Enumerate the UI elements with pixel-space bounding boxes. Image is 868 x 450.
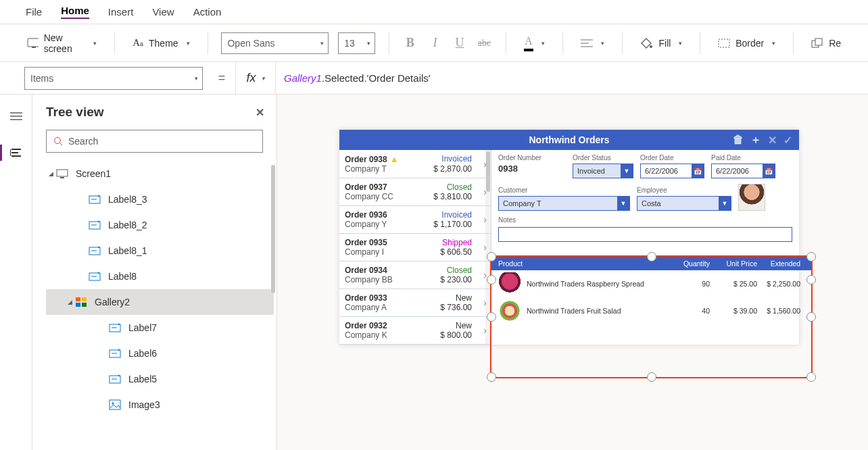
resize-handle[interactable]	[487, 372, 496, 382]
resize-handle[interactable]	[806, 372, 816, 382]
underline-button[interactable]: U	[452, 36, 468, 50]
svg-rect-27	[82, 303, 87, 307]
order-row[interactable]: Order 0932Company KNew$ 800.00›	[339, 317, 491, 345]
theme-icon: Aa	[132, 37, 143, 49]
tree-item-label8_3[interactable]: Label8_3	[46, 186, 274, 212]
formula-input[interactable]: Gallery1.Selected.'Order Details'	[276, 62, 868, 94]
font-dropdown[interactable]: Open Sans ▾	[221, 32, 329, 54]
tree-title: Tree view	[46, 105, 104, 120]
label-notes: Notes	[498, 216, 792, 224]
tree-item-label8_2[interactable]: Label8_2	[46, 212, 274, 238]
input-paid-date[interactable]: 6/22/2006📅	[711, 164, 775, 178]
tree-item-label: Label8_1	[108, 245, 147, 256]
equals-label: =	[208, 62, 235, 94]
confirm-icon[interactable]: ✓	[783, 134, 792, 147]
dropdown-customer[interactable]: Company T▼	[498, 196, 630, 211]
tree-item-label8[interactable]: Label8	[46, 264, 274, 289]
tree-item-label: Screen1	[76, 168, 111, 179]
label-icon	[88, 193, 101, 206]
new-screen-button[interactable]: New screen ▾	[23, 30, 101, 57]
input-order-date[interactable]: 6/22/2006📅	[640, 164, 704, 178]
tree-item-label6[interactable]: Label6	[46, 341, 274, 366]
tree-item-image3[interactable]: Image3	[46, 392, 274, 418]
order-row[interactable]: Order 0937Company CCClosed$ 3,810.00›	[339, 178, 491, 206]
formula-rest: .Selected.'Order Details'	[322, 72, 431, 84]
resize-handle[interactable]	[487, 252, 496, 261]
separator	[700, 32, 700, 54]
resize-handle[interactable]	[647, 372, 656, 382]
search-icon	[53, 136, 63, 146]
reorder-button[interactable]: Re	[807, 35, 845, 51]
menu-bar: File Home Insert View Action	[0, 0, 868, 24]
resize-handle[interactable]	[487, 312, 496, 322]
search-placeholder: Search	[68, 136, 98, 147]
theme-button[interactable]: Aa Theme ▾	[128, 34, 193, 51]
resize-handle[interactable]	[806, 275, 816, 284]
tree-item-label5[interactable]: Label5	[46, 366, 274, 392]
gallery-row[interactable]: Northwind Traders Raspberry Spread90$ 25…	[491, 270, 811, 297]
order-row[interactable]: Order 0934Company BBClosed$ 230.00›	[339, 261, 491, 289]
design-canvas[interactable]: Northwind Orders 🗑 ＋ ✕ ✓ Order 0938▲Comp…	[277, 95, 868, 450]
tree-item-screen1[interactable]: ◢Screen1	[46, 161, 274, 186]
resize-handle[interactable]	[806, 312, 816, 322]
menu-file[interactable]: File	[26, 6, 42, 18]
input-notes[interactable]	[498, 227, 792, 242]
resize-handle[interactable]	[806, 252, 816, 261]
tree-scrollbar[interactable]	[271, 165, 275, 293]
fx-button[interactable]: fx▾	[235, 62, 276, 94]
tree-item-label8_1[interactable]: Label8_1	[46, 238, 274, 264]
search-input[interactable]: Search	[46, 130, 263, 153]
menu-insert[interactable]: Insert	[108, 6, 134, 18]
label-order-date: Order Date	[640, 154, 704, 161]
chevron-down-icon: ▾	[367, 40, 370, 47]
menu-home[interactable]: Home	[61, 5, 89, 19]
property-dropdown[interactable]: Items ▾	[24, 67, 203, 90]
label-icon	[88, 218, 101, 232]
quantity: 90	[669, 280, 710, 288]
bold-button[interactable]: B	[403, 36, 418, 50]
gallery2-selection[interactable]: Product Quantity Unit Price Extended Nor…	[490, 255, 813, 378]
dropdown-employee[interactable]: Costa▼	[637, 196, 731, 211]
border-button[interactable]: Border ▾	[714, 35, 779, 51]
gallery-row[interactable]: Northwind Traders Fruit Salad40$ 39.00$ …	[491, 297, 811, 324]
svg-point-35	[112, 403, 114, 405]
fill-button[interactable]: Fill ▾	[635, 34, 686, 52]
tree-item-gallery2[interactable]: ◢Gallery2	[46, 289, 274, 315]
resize-handle[interactable]	[647, 252, 656, 261]
delete-icon[interactable]: 🗑	[733, 134, 744, 146]
fontsize-dropdown[interactable]: 13 ▾	[338, 32, 375, 54]
ribbon-toolbar: New screen ▾ Aa Theme ▾ Open Sans ▾ 13 ▾…	[0, 24, 868, 62]
chevron-down-icon: ▾	[93, 40, 97, 47]
app-header: Northwind Orders 🗑 ＋ ✕ ✓	[339, 130, 799, 150]
align-button[interactable]: ▾	[577, 36, 608, 51]
order-row[interactable]: Order 0936Company YInvoiced$ 1,170.00›	[339, 206, 491, 234]
hamburger-button[interactable]	[4, 104, 28, 128]
order-row[interactable]: Order 0935Company IShipped$ 606.50›	[339, 234, 491, 261]
menu-action[interactable]: Action	[193, 6, 222, 18]
svg-rect-1	[32, 47, 36, 48]
order-row[interactable]: Order 0933Company ANew$ 736.00›	[339, 289, 491, 317]
chevron-down-icon: ▾	[541, 40, 545, 47]
menu-view[interactable]: View	[152, 6, 174, 18]
reorder-label: Re	[829, 38, 841, 49]
tree-item-label: Label6	[128, 348, 157, 359]
tree-item-label7[interactable]: Label7	[46, 315, 274, 341]
close-panel-button[interactable]: ✕	[256, 106, 264, 119]
fontcolor-button[interactable]: A ▾	[520, 32, 549, 54]
left-rail	[0, 95, 32, 450]
treeview-rail-button[interactable]	[4, 141, 28, 165]
unit-price: $ 39.00	[710, 307, 757, 315]
svg-rect-26	[76, 303, 80, 307]
label-customer: Customer	[498, 186, 630, 194]
order-row[interactable]: Order 0938▲Company TInvoiced$ 2,870.00›	[339, 150, 491, 178]
dropdown-order-status[interactable]: Invoiced▼	[573, 164, 633, 178]
resize-handle[interactable]	[487, 275, 496, 284]
add-icon[interactable]: ＋	[750, 133, 761, 147]
strike-button[interactable]: abc	[477, 38, 492, 49]
orders-list: Order 0938▲Company TInvoiced$ 2,870.00›O…	[339, 150, 491, 345]
label-icon	[108, 347, 122, 360]
cancel-icon[interactable]: ✕	[768, 134, 777, 147]
svg-rect-24	[76, 297, 80, 301]
italic-button[interactable]: I	[427, 36, 443, 50]
svg-point-12	[55, 138, 61, 144]
